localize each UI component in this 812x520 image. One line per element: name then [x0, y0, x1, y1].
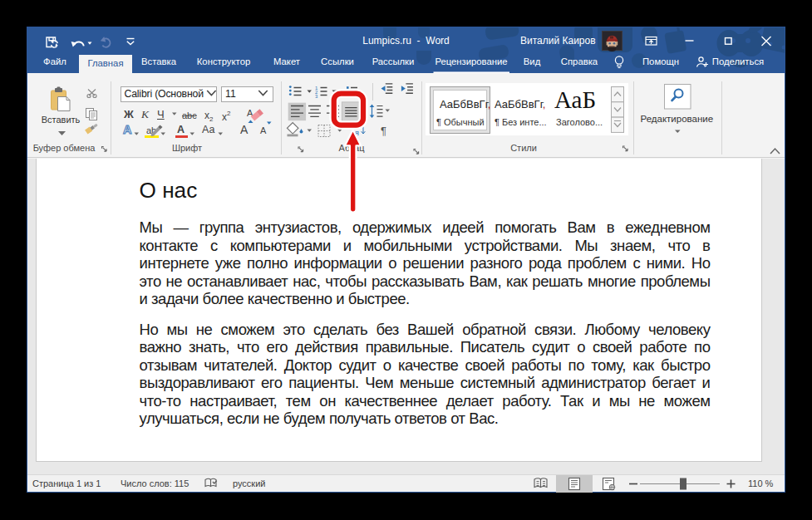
svg-text:я: я: [355, 129, 359, 137]
svg-text:3: 3: [315, 94, 318, 99]
